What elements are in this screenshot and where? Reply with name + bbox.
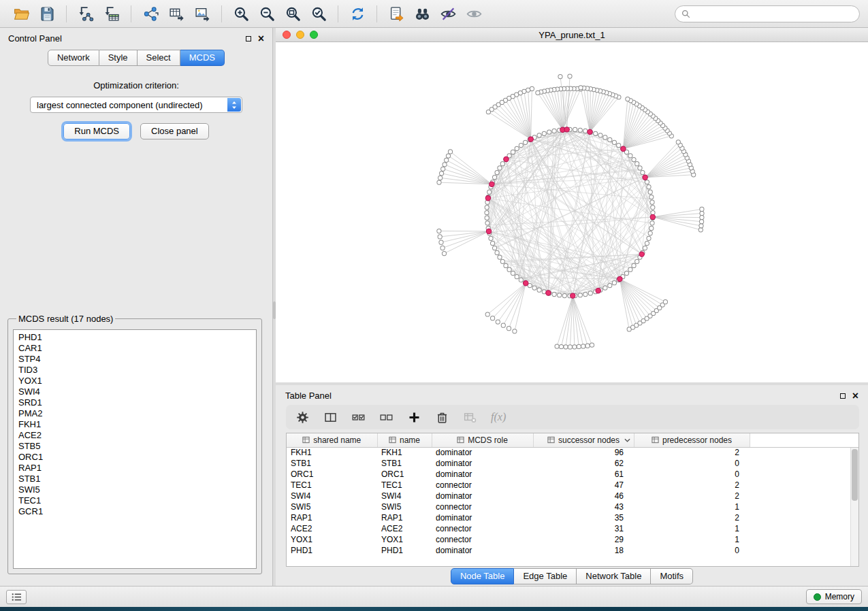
search-box (675, 5, 860, 22)
column-header-filler (750, 433, 858, 447)
column-header-predecessor-nodes[interactable]: predecessor nodes (634, 433, 750, 447)
function-icon: f(x) (491, 411, 506, 423)
import-network-button[interactable] (73, 2, 99, 25)
table-settings-button[interactable] (295, 410, 310, 425)
table-row[interactable]: ORC1ORC1dominator610 (287, 469, 858, 480)
cell-mcds-role: connector (432, 501, 533, 512)
cell-filler (750, 447, 858, 458)
export-image-button[interactable] (189, 2, 215, 25)
control-panel-float-button[interactable] (246, 36, 251, 42)
show-columns-button[interactable] (323, 410, 338, 425)
mcds-result-item[interactable]: RAP1 (18, 463, 256, 474)
mcds-result-item[interactable]: PMA2 (18, 408, 256, 419)
zoom-in-button[interactable] (228, 2, 254, 25)
find-button[interactable] (409, 2, 435, 25)
cell-predecessor-nodes: 1 (634, 501, 750, 512)
export-network-button[interactable] (138, 2, 163, 25)
search-input[interactable] (694, 8, 853, 20)
mcds-result-item[interactable]: STB5 (18, 441, 256, 452)
tab-select[interactable]: Select (138, 50, 180, 66)
panel-menu-button[interactable] (6, 590, 27, 604)
run-mcds-button[interactable]: Run MCDS (63, 123, 130, 139)
table-panel: Table Panel × (276, 385, 868, 586)
mcds-result-item[interactable]: STB1 (18, 474, 256, 484)
mcds-result-item[interactable]: ACE2 (18, 430, 256, 441)
table-row[interactable]: SWI5SWI5connector431 (287, 501, 858, 512)
table-row[interactable]: PHD1PHD1dominator180 (287, 545, 858, 556)
delete-column-button[interactable] (435, 410, 449, 425)
import-table-icon (103, 5, 120, 22)
refresh-view-button[interactable] (344, 2, 370, 25)
mcds-result-item[interactable]: TEC1 (18, 495, 256, 506)
table-panel-close-button[interactable]: × (852, 392, 858, 400)
table-row[interactable]: STB1STB1dominator620 (287, 458, 858, 469)
delete-table-button[interactable] (463, 410, 477, 425)
tab-style[interactable]: Style (99, 50, 138, 66)
column-header-name[interactable]: name (377, 433, 432, 447)
zoom-out-button[interactable] (254, 2, 280, 25)
hide-graphics-button[interactable] (435, 2, 461, 25)
network-canvas[interactable] (276, 42, 868, 382)
cell-shared-name: STB1 (287, 458, 377, 469)
optimization-criterion-select[interactable]: largest connected component (undirected) (30, 97, 242, 113)
tab-network-table[interactable]: Network Table (577, 568, 651, 584)
mcds-result-item[interactable]: SRD1 (18, 397, 256, 408)
window-close-button[interactable] (283, 31, 291, 39)
table-row[interactable]: RAP1RAP1dominator352 (287, 512, 858, 523)
cell-name: PHD1 (377, 545, 432, 556)
network-graph[interactable] (276, 42, 868, 382)
cell-predecessor-nodes: 1 (634, 534, 750, 545)
window-minimize-button[interactable] (296, 31, 304, 39)
tab-node-table[interactable]: Node Table (451, 568, 515, 584)
tab-network[interactable]: Network (48, 50, 99, 66)
table-panel-float-button[interactable] (840, 393, 846, 399)
mcds-result-item[interactable]: SWI4 (18, 386, 256, 397)
table-row[interactable]: TEC1TEC1connector472 (287, 480, 858, 491)
mcds-result-list[interactable]: PHD1CAR1STP4TID3YOX1SWI4SRD1PMA2FKH1ACE2… (13, 329, 257, 569)
column-label: shared name (313, 435, 361, 445)
column-header-successor-nodes[interactable]: successor nodes (533, 433, 634, 447)
function-builder-button[interactable]: f(x) (491, 411, 506, 423)
select-all-button[interactable] (351, 410, 366, 425)
table-row[interactable]: ACE2ACE2connector311 (287, 523, 858, 534)
unselect-all-button[interactable] (379, 410, 393, 425)
mcds-result-item[interactable]: FKH1 (18, 419, 256, 430)
cell-mcds-role: dominator (432, 512, 533, 523)
close-panel-button[interactable]: Close panel (140, 123, 209, 139)
tab-motifs[interactable]: Motifs (651, 568, 693, 584)
zoom-selected-button[interactable] (306, 2, 332, 25)
mcds-result-item[interactable]: YOX1 (18, 376, 256, 386)
mcds-result-item[interactable]: ORC1 (18, 452, 256, 463)
mcds-result-item[interactable]: SWI5 (18, 484, 256, 495)
tab-mcds[interactable]: MCDS (180, 50, 225, 66)
add-column-button[interactable] (407, 410, 421, 425)
cell-filler (750, 469, 858, 480)
export-table-button[interactable] (163, 2, 189, 25)
table-scrollbar[interactable] (850, 448, 858, 566)
import-table-button[interactable] (99, 2, 125, 25)
tab-edge-table[interactable]: Edge Table (514, 568, 577, 584)
mcds-result-group-title: MCDS result (17 nodes) (16, 314, 115, 324)
table-row[interactable]: SWI4SWI4dominator462 (287, 491, 858, 501)
table-row[interactable]: FKH1FKH1dominator962 (287, 447, 858, 458)
mcds-result-item[interactable]: STP4 (18, 354, 256, 365)
memory-button[interactable]: Memory (806, 589, 862, 604)
scrollbar-thumb[interactable] (852, 449, 858, 501)
cell-shared-name: PHD1 (287, 545, 377, 556)
table-row[interactable]: YOX1YOX1connector291 (287, 534, 858, 545)
window-zoom-button[interactable] (310, 31, 318, 39)
control-panel-close-button[interactable]: × (258, 35, 264, 43)
show-graphics-button[interactable] (461, 2, 487, 25)
mcds-result-item[interactable]: GCR1 (18, 506, 256, 517)
mcds-result-item[interactable]: TID3 (18, 365, 256, 376)
mcds-result-item[interactable]: PHD1 (18, 332, 256, 343)
column-header-mcds-role[interactable]: MCDS role (432, 433, 533, 447)
zoom-fit-button[interactable] (280, 2, 306, 25)
mcds-result-item[interactable]: CAR1 (18, 343, 256, 354)
mcds-result-group: MCDS result (17 nodes) PHD1CAR1STP4TID3Y… (7, 314, 262, 574)
save-session-button[interactable] (34, 2, 60, 25)
share-document-button[interactable] (383, 2, 409, 25)
open-session-button[interactable] (8, 2, 34, 25)
cell-predecessor-nodes: 2 (634, 491, 750, 501)
column-header-shared-name[interactable]: shared name (287, 433, 377, 447)
